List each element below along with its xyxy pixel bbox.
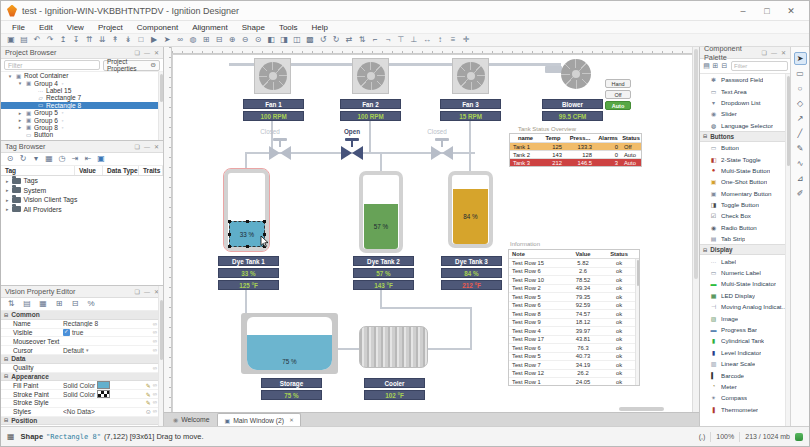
table-row[interactable]: Tank 2143 1280 Auto bbox=[510, 150, 641, 158]
pointer-icon[interactable]: ➤ bbox=[161, 34, 173, 46]
table-row[interactable]: Test Row 1226.2ok bbox=[509, 370, 639, 379]
zoom-in-icon[interactable]: ⊕ bbox=[226, 34, 238, 46]
palette-section-display[interactable]: ⊟ Display bbox=[700, 244, 790, 255]
distribute-v-icon[interactable]: ↕ bbox=[434, 34, 446, 46]
export-icon[interactable]: ⇤ bbox=[83, 153, 93, 165]
collapse-icon[interactable]: ⊟ bbox=[213, 34, 225, 46]
import-icon[interactable]: ⇥ bbox=[70, 153, 80, 165]
binding-icon[interactable]: % bbox=[85, 298, 97, 310]
dye-tank-2-temp[interactable]: 143 °F bbox=[353, 280, 414, 290]
zoom-level[interactable]: 100% bbox=[716, 433, 734, 440]
collapse-all-icon[interactable]: ⊟ bbox=[720, 60, 729, 72]
collapse-all-icon[interactable]: ⊟ bbox=[69, 298, 81, 310]
pencil-tool-icon[interactable]: ✎ bbox=[794, 142, 807, 155]
palette-item-toggle-button[interactable]: ◨ Toggle Button bbox=[700, 199, 790, 210]
menu-item[interactable]: Component bbox=[130, 23, 185, 32]
dye-tank-1-label[interactable]: Dye Tank 1 bbox=[218, 256, 279, 266]
project-properties-button[interactable]: Project Properties ⊙ bbox=[103, 60, 160, 71]
browser-icon[interactable]: ◍ bbox=[187, 34, 199, 46]
palette-item-led-display[interactable]: ▦ LED Display bbox=[700, 290, 790, 301]
table-row[interactable]: Test Row 692.59ok bbox=[509, 302, 639, 311]
gateway-status-icon[interactable] bbox=[795, 433, 803, 441]
path-tool-icon[interactable]: ∿ bbox=[794, 157, 807, 170]
pipe[interactable] bbox=[470, 307, 472, 350]
new-tag-icon[interactable]: ▣ bbox=[96, 153, 106, 165]
canvas-horizontal-scrollbar[interactable] bbox=[619, 407, 664, 411]
tank-status-table[interactable]: nameTempPress...AlarmsStatus Tank 1125 1… bbox=[509, 133, 642, 167]
shape-tool-icon[interactable]: □ bbox=[135, 34, 147, 46]
flip-v-icon[interactable]: ⇅ bbox=[356, 34, 368, 46]
pipe[interactable] bbox=[469, 152, 471, 171]
hand-button[interactable]: Hand bbox=[605, 79, 631, 88]
arrow-tool-icon[interactable]: ↗ bbox=[794, 112, 807, 125]
canvas-vertical-scrollbar[interactable] bbox=[692, 47, 699, 412]
close-panel-icon[interactable]: ✕ bbox=[154, 47, 159, 59]
history-icon[interactable]: ◷ bbox=[57, 153, 67, 165]
palette-item-numeric-label[interactable]: ▭ Numeric Label bbox=[700, 267, 790, 278]
menu-item[interactable]: File bbox=[5, 23, 32, 32]
prop-mouseover-text[interactable]: Mouseover Text ∞ bbox=[1, 337, 163, 346]
prop-styles[interactable]: Styles <No Data> ⊙∞ bbox=[1, 408, 163, 417]
redo-icon[interactable]: ↷ bbox=[44, 34, 56, 46]
palette-item-2-state-toggle[interactable]: ◧ 2-State Toggle bbox=[700, 153, 790, 164]
section-common[interactable]: ⊟Common bbox=[1, 311, 163, 320]
pipe[interactable] bbox=[380, 152, 382, 171]
palette-item-moving-analog-indicator[interactable]: ⊣ Moving Analog Indicat... bbox=[700, 301, 790, 312]
tree-item-group-6[interactable]: ▸▣Group 6▫ bbox=[1, 116, 163, 123]
bring-forward-icon[interactable]: ↥ bbox=[57, 34, 69, 46]
distribute-h-icon[interactable]: ↔ bbox=[421, 34, 433, 46]
prop-quality[interactable]: Quality ∞ bbox=[1, 364, 163, 373]
palette-item-tab-strip[interactable]: ▤ Tab Strip bbox=[700, 233, 790, 244]
fill-color-swatch[interactable] bbox=[97, 381, 110, 389]
menu-item[interactable]: Shape bbox=[235, 23, 272, 32]
palette-item-cylindrical-tank[interactable]: ▮ Cylindrical Tank bbox=[700, 335, 790, 346]
off-button[interactable]: Off bbox=[605, 90, 631, 99]
palette-item-compass[interactable]: ✴ Compass bbox=[700, 392, 790, 403]
align-left-icon[interactable]: ⌐ bbox=[369, 34, 381, 46]
table-row[interactable]: Test Row 62.6ok bbox=[509, 268, 639, 277]
close-button[interactable]: ✕ bbox=[779, 1, 803, 21]
storage-value[interactable]: 75 % bbox=[261, 390, 322, 400]
tree-item-rectangle-7[interactable]: ▱Rectangle 7 bbox=[1, 94, 163, 101]
undo-icon[interactable]: ↶ bbox=[31, 34, 43, 46]
blower-label[interactable]: Blower bbox=[542, 99, 603, 109]
minimize-panel-icon[interactable]: — bbox=[144, 286, 150, 298]
table-row[interactable]: Test Row 874.57ok bbox=[509, 310, 639, 319]
menu-item[interactable]: Project bbox=[91, 23, 130, 32]
palette-item-password-field[interactable]: ✱ Password Field bbox=[700, 74, 790, 85]
palette-item-progress-bar[interactable]: ▬ Progress Bar bbox=[700, 324, 790, 335]
close-panel-icon[interactable]: ✕ bbox=[781, 47, 786, 59]
dye-tank-2-fill[interactable]: 57 % bbox=[364, 204, 398, 249]
fan-2-value[interactable]: 100 RPM bbox=[340, 111, 401, 121]
refresh-icon[interactable]: ↻ bbox=[18, 153, 28, 165]
tag-folder-row[interactable]: ▸ All Providers bbox=[1, 205, 163, 215]
menu-item[interactable]: Edit bbox=[32, 23, 60, 32]
tab-main-window[interactable]: ▣ Main Window (2) ✕ bbox=[217, 413, 300, 426]
minimize-button[interactable]: – bbox=[731, 1, 755, 21]
table-row[interactable]: Test Row 155.82ok bbox=[509, 259, 639, 268]
preview-play-icon[interactable]: ▶ bbox=[148, 34, 160, 46]
blower-graphic[interactable] bbox=[561, 59, 591, 89]
save-icon[interactable]: ▣ bbox=[5, 34, 17, 46]
fan-1-label[interactable]: Fan 1 bbox=[243, 99, 304, 109]
flip-h-icon[interactable]: ⇄ bbox=[343, 34, 355, 46]
palette-item-language-selector[interactable]: ◍ Language Selector bbox=[700, 120, 790, 131]
category-icon[interactable]: ▤ bbox=[21, 298, 33, 310]
raise-icon[interactable]: ⇈ bbox=[83, 34, 95, 46]
stroke-color-swatch[interactable] bbox=[97, 390, 110, 398]
cooler-graphic[interactable] bbox=[359, 326, 428, 368]
palette-item-barcode[interactable]: ▍ Barcode bbox=[700, 369, 790, 380]
fan-3-label[interactable]: Fan 3 bbox=[440, 99, 501, 109]
section-position[interactable]: ⊟Position bbox=[1, 417, 163, 426]
table-row[interactable]: Test Row 734.19ok bbox=[509, 361, 639, 370]
align-bottom-icon[interactable]: ⊥ bbox=[408, 34, 420, 46]
menu-item[interactable]: View bbox=[60, 23, 91, 32]
palette-view-icon[interactable]: ▤ bbox=[702, 60, 711, 72]
prop-x[interactable]: x 7.0 ∞ bbox=[1, 425, 163, 426]
table-row[interactable]: Test Row 676.3ok bbox=[509, 344, 639, 353]
float-panel-icon[interactable]: ❏ bbox=[762, 47, 767, 59]
tag-filter-icon[interactable]: ▾ bbox=[31, 153, 41, 165]
information-scrollbar[interactable] bbox=[635, 259, 639, 385]
palette-item-image[interactable]: ▨ Image bbox=[700, 312, 790, 323]
tree-item-group-8[interactable]: ▸▣Group 8▫ bbox=[1, 124, 163, 131]
